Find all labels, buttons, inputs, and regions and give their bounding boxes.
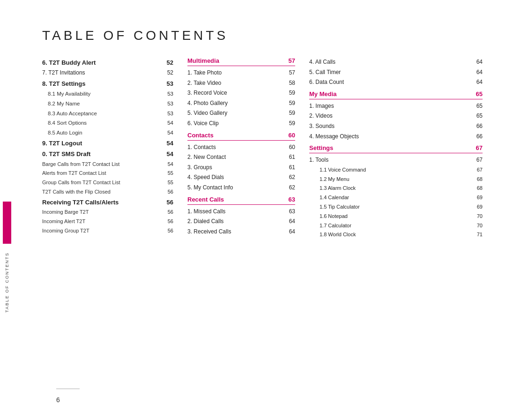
entry-num: 54 [160, 149, 173, 159]
entry-label: 9. T2T Logout [42, 138, 160, 149]
entry-label: 1. Images [309, 101, 469, 112]
toc-entry: Barge Calls from T2T Contact List54 [42, 160, 173, 169]
entry-num: 71 [469, 230, 483, 240]
entry-num: 64 [469, 57, 483, 68]
entry-label: Receiving T2T Calls/Alerts [42, 197, 160, 208]
toc-entry: Alerts from T2T Contact List55 [42, 169, 173, 178]
col1-entries: 6. T2T Buddy Alert527. T2T Invitations52… [42, 57, 173, 236]
toc-entry: 4. Photo Gallery59 [187, 98, 295, 109]
entry-label: 4. Speed Dials [187, 172, 282, 183]
toc-entry: 6. Voice Clip59 [187, 119, 295, 129]
entry-num: 68 [469, 175, 483, 184]
entry-label: 5. Call Timer [309, 68, 469, 78]
toc-entry: 5. My Contact Info62 [187, 183, 295, 193]
toc-entry: 1.6 Notepad70 [309, 212, 483, 221]
entry-label: 2. New Contact [187, 152, 282, 163]
toc-entry: T2T Calls with the Flip Closed56 [42, 188, 173, 197]
entry-num: 59 [282, 108, 295, 119]
entry-num: 61 [282, 163, 295, 173]
divider [56, 389, 80, 389]
section-header: Settings67 [309, 144, 483, 153]
entry-num: 61 [282, 152, 295, 163]
entry-num: 53 [160, 78, 173, 89]
entry-label: 1. Tools [309, 155, 469, 165]
entry-label: 1.7 Calculator [320, 221, 469, 231]
col3-entries: 4. All Calls645. Call Timer646. Data Cou… [309, 57, 483, 240]
entry-label: 6. Data Count [309, 77, 469, 88]
entry-label: 2. Videos [309, 111, 469, 121]
toc-entry: 3. Received Calls64 [187, 227, 295, 237]
col2-entries: Multimedia571. Take Photo572. Take Video… [187, 57, 295, 237]
entry-num: 55 [160, 178, 173, 188]
toc-entry: 1. Contacts60 [187, 142, 295, 153]
entry-num: 64 [282, 227, 295, 237]
entry-label: Group Calls from T2T Contact List [42, 178, 160, 188]
toc-entry: 8.2 My Name53 [42, 99, 173, 109]
toc-entry: 1.8 World Clock71 [309, 230, 483, 240]
toc-entry: 8.4 Sort Options54 [42, 118, 173, 128]
entry-label: 0. T2T SMS Draft [42, 149, 160, 159]
toc-entry: 3. Groups61 [187, 163, 295, 173]
entry-num: 66 [469, 132, 483, 142]
entry-num: 70 [469, 221, 483, 231]
entry-num: 52 [160, 68, 173, 78]
entry-num: 53 [160, 99, 173, 109]
page-number: 6 [56, 396, 60, 404]
entry-label: 5. My Contact Info [187, 183, 282, 193]
entry-num: 56 [160, 208, 173, 217]
entry-label: 3. Record Voice [187, 88, 282, 98]
toc-entry: 8. T2T Settings53 [42, 78, 173, 89]
toc-entry: Receiving T2T Calls/Alerts56 [42, 197, 173, 208]
entry-num: 58 [282, 78, 295, 89]
entry-label: T2T Calls with the Flip Closed [42, 188, 160, 197]
toc-entry: 1.3 Alarm Clock68 [309, 184, 483, 193]
entry-num: 67 [469, 165, 483, 175]
column-2: Multimedia571. Take Photo572. Take Video… [178, 57, 300, 240]
entry-label: Incoming Group T2T [42, 226, 160, 236]
toc-columns: 6. T2T Buddy Alert527. T2T Invitations52… [42, 57, 487, 240]
toc-entry: 4. All Calls64 [309, 57, 483, 68]
entry-label: 2. Dialed Calls [187, 217, 282, 227]
entry-label: 1.3 Alarm Clock [320, 184, 469, 193]
entry-label: Incoming Barge T2T [42, 208, 160, 217]
entry-label: Barge Calls from T2T Contact List [42, 160, 160, 169]
entry-label: 8.1 My Availability [48, 89, 160, 99]
toc-entry: 6. Data Count64 [309, 77, 483, 88]
entry-label: 8. T2T Settings [42, 78, 160, 89]
entry-label: 2. Take Video [187, 78, 282, 89]
entry-num: 53 [160, 109, 173, 119]
entry-label: 1. Take Photo [187, 68, 282, 78]
entry-label: 3. Received Calls [187, 227, 282, 237]
entry-num: 57 [282, 68, 295, 78]
toc-entry: 8.1 My Availability53 [42, 89, 173, 99]
section-header: Recent Calls63 [187, 196, 295, 205]
entry-num: 69 [469, 193, 483, 202]
toc-entry: 2. Take Video58 [187, 78, 295, 89]
toc-entry: 1.1 Voice Command67 [309, 165, 483, 175]
toc-entry: 1.7 Calculator70 [309, 221, 483, 231]
side-tab: TABLE OF CONTENTS [0, 0, 14, 420]
section-header: Multimedia57 [187, 57, 295, 66]
toc-entry: 1.4 Calendar69 [309, 193, 483, 202]
column-3: 4. All Calls645. Call Timer646. Data Cou… [300, 57, 487, 240]
toc-entry: 1. Images65 [309, 101, 483, 112]
entry-num: 55 [160, 169, 173, 178]
toc-entry: 3. Sounds66 [309, 121, 483, 132]
toc-entry: 2. New Contact61 [187, 152, 295, 163]
toc-entry: 9. T2T Logout54 [42, 138, 173, 149]
entry-num: 56 [160, 197, 173, 208]
entry-num: 63 [282, 207, 295, 217]
toc-entry: 3. Record Voice59 [187, 88, 295, 98]
entry-label: 8.4 Sort Options [48, 118, 160, 128]
entry-label: 8.5 Auto Login [48, 128, 160, 138]
entry-label: 1.2 My Menu [320, 175, 469, 184]
entry-label: Incoming Alert T2T [42, 217, 160, 226]
entry-num: 64 [282, 217, 295, 227]
entry-num: 62 [282, 172, 295, 183]
toc-entry: Incoming Group T2T56 [42, 226, 173, 236]
entry-label: 1.8 World Clock [320, 230, 469, 240]
entry-label: 6. Voice Clip [187, 119, 282, 129]
entry-num: 56 [160, 226, 173, 236]
entry-num: 69 [469, 202, 483, 212]
toc-entry: 1. Tools67 [309, 155, 483, 165]
